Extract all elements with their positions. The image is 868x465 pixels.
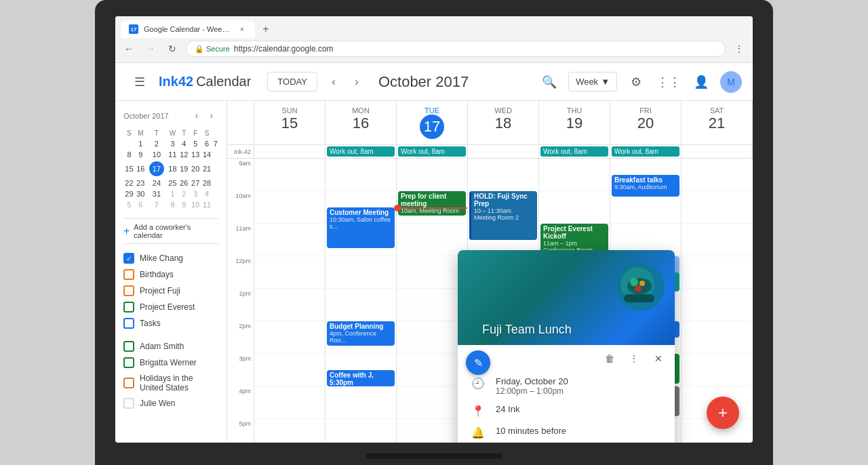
calendar-item-project-everest[interactable]: Project Everest <box>123 300 218 315</box>
popup-delete-button[interactable]: 🗑 <box>599 348 620 369</box>
all-day-cell-wed[interactable] <box>468 145 539 158</box>
prev-week-button[interactable]: ‹ <box>323 71 344 93</box>
mini-cal-title: October 2017 <box>123 112 169 120</box>
view-selector[interactable]: Week ▼ <box>568 72 617 92</box>
work-out-thu-event[interactable]: Work out, 8am <box>540 146 608 157</box>
all-day-label: Ink-42 <box>227 145 254 158</box>
work-out-fri-event[interactable]: Work out, 8am <box>612 146 679 157</box>
calendar-checkbox-project-fuji[interactable] <box>123 285 134 296</box>
calendar-checkbox-project-everest[interactable] <box>123 302 134 312</box>
menu-button[interactable]: ☰ <box>126 68 153 96</box>
calendar-label-brigatta-werner: Brigatta Werner <box>140 358 197 367</box>
calendar-item-adam-smith[interactable]: Adam Smith <box>123 339 218 354</box>
calendar-item-tasks[interactable]: Tasks <box>123 316 218 331</box>
calendar-item-mike-chang[interactable]: ✓ Mike Chang <box>123 251 218 266</box>
work-out-mon-event[interactable]: Work out, 8am <box>327 146 395 157</box>
popup-location-row: 📍 24 Ink <box>471 400 661 422</box>
popup-image: Fuji Team Lunch <box>458 250 675 345</box>
time-1pm: 1pm <box>227 289 254 321</box>
calendar-checkbox-brigatta-werner[interactable] <box>123 357 134 368</box>
calendar-checkbox-julie-wen[interactable] <box>123 398 134 409</box>
calendar-checkbox-birthdays[interactable] <box>123 269 134 280</box>
budget-planning-event[interactable]: Budget Planning 4pm, Conference Roo... <box>327 321 395 346</box>
back-button[interactable]: ← <box>121 41 137 57</box>
calendar-label-project-everest: Project Everest <box>140 302 195 312</box>
day-header-wed[interactable]: Wed 18 <box>468 101 539 144</box>
calendar-item-birthdays[interactable]: Birthdays <box>123 267 218 282</box>
calendar-grid: Sun 15 Mon 16 Tue 17 Wed <box>227 101 753 443</box>
calendar-item-brigatta-werner[interactable]: Brigatta Werner <box>123 355 218 370</box>
day-header-mon[interactable]: Mon 16 <box>326 101 397 144</box>
calendar-item-holidays[interactable]: Holidays in the United States <box>123 371 218 395</box>
time-9am: 9am <box>227 159 254 191</box>
time-10am: 10am <box>227 191 254 224</box>
day-header-sat[interactable]: Sat 21 <box>682 101 753 144</box>
day-header-tue[interactable]: Tue 17 <box>397 101 468 144</box>
chevron-down-icon: ▼ <box>601 77 610 87</box>
mini-calendar: S M T W T F S 1 <box>123 128 218 210</box>
popup-close-button[interactable]: ✕ <box>648 348 669 369</box>
forward-button[interactable]: → <box>142 41 159 57</box>
calendar-item-julie-wen[interactable]: Julie Wen <box>123 396 218 411</box>
app-header: ☰ Ink42 Calendar TODAY ‹ › October 2017 … <box>115 63 753 101</box>
calendar-checkbox-mike-chang[interactable]: ✓ <box>123 253 134 264</box>
today-button[interactable]: TODAY <box>267 72 317 92</box>
calendar-label-adam-smith: Adam Smith <box>140 342 184 351</box>
day-header-sun[interactable]: Sun 15 <box>254 101 326 144</box>
day-header-thu[interactable]: Thu 19 <box>539 101 610 144</box>
all-day-cell-sat[interactable] <box>682 145 753 158</box>
new-tab-button[interactable]: + <box>258 21 274 37</box>
time-5pm: 5pm <box>227 419 254 443</box>
today-date-cell[interactable]: 17 <box>149 161 164 176</box>
user-avatar[interactable]: M <box>720 71 742 93</box>
coffee-with-j-event[interactable]: Coffee with J, 5:30pm <box>327 370 395 386</box>
next-week-button[interactable]: › <box>346 71 368 93</box>
time-11am: 11am <box>227 224 254 256</box>
breakfast-talks-event[interactable]: Breakfast talks 9:30am, Auditorium <box>612 175 679 197</box>
all-day-cell-sun[interactable] <box>254 145 326 158</box>
mini-cal-prev[interactable]: ‹ <box>190 109 203 123</box>
time-gutter-top <box>227 101 254 144</box>
event-popup: Fuji Team Lunch ✎ 🗑 ⋮ ✕ 🕘 <box>458 250 675 443</box>
address-bar[interactable]: 🔒 Secure https://calendar.google.com <box>186 41 726 57</box>
calendar-checkbox-adam-smith[interactable] <box>123 341 134 352</box>
account-button[interactable]: 👤 <box>688 68 715 96</box>
all-day-cell-thu[interactable]: Work out, 8am <box>539 145 610 158</box>
popup-more-button[interactable]: ⋮ <box>623 348 645 369</box>
edit-icon: ✎ <box>474 357 483 369</box>
calendar-label-project-fuji: Project Fuji <box>140 286 180 296</box>
calendar-checkbox-holidays[interactable] <box>123 378 134 388</box>
create-event-fab[interactable]: + <box>707 397 739 429</box>
browser-tab[interactable]: 17 Google Calendar - Week of O... × <box>121 20 255 38</box>
search-button[interactable]: 🔍 <box>536 68 563 96</box>
reload-button[interactable]: ↻ <box>164 41 180 57</box>
add-icon: + <box>123 225 130 237</box>
all-day-cell-mon[interactable]: Work out, 8am <box>326 145 397 158</box>
calendar-label-tasks: Tasks <box>140 319 161 328</box>
sidebar: October 2017 ‹ › S M T W <box>115 101 227 443</box>
all-day-cell-fri[interactable]: Work out, 8am <box>610 145 682 158</box>
calendar-label-julie-wen: Julie Wen <box>140 399 175 408</box>
more-options-button[interactable]: ⋮ <box>731 41 747 57</box>
calendar-item-project-fuji[interactable]: Project Fuji <box>123 283 218 298</box>
popup-date: Friday, October 20 <box>496 376 568 386</box>
calendar-label-holidays: Holidays in the United States <box>140 373 218 392</box>
popup-reminder: 10 minutes before <box>496 426 566 436</box>
add-coworker-button[interactable]: + Add a coworker's calendar <box>123 218 218 244</box>
work-out-tue-event[interactable]: Work out, 8am <box>398 146 466 157</box>
calendar-label-mike-chang: Mike Chang <box>140 254 183 263</box>
mini-cal-next[interactable]: › <box>205 109 218 123</box>
customer-meeting-event[interactable]: Customer Meeting 10:30am, Salon coffee s… <box>327 207 395 248</box>
all-day-cell-tue[interactable]: Work out, 8am <box>397 145 468 158</box>
prep-client-event[interactable]: Prep for client meeting 10am, Meeting Ro… <box>398 191 466 216</box>
apps-button[interactable]: ⋮⋮ <box>655 68 682 96</box>
hold-fuji-event[interactable]: HOLD: Fuji Sync Prep 10 – 11:30am Meetin… <box>469 191 537 240</box>
header-month-year: October 2017 <box>378 73 525 91</box>
popup-datetime-row: 🕘 Friday, October 20 12:00pm – 1:00pm <box>471 372 661 400</box>
settings-button[interactable]: ⚙ <box>623 68 650 96</box>
day-header-fri[interactable]: Fri 20 <box>610 101 682 144</box>
calendar-checkbox-tasks[interactable] <box>123 318 134 329</box>
tab-close-button[interactable]: × <box>237 24 247 34</box>
popup-toolbar: 🗑 ⋮ ✕ <box>458 345 675 372</box>
popup-edit-button[interactable]: ✎ <box>466 350 490 375</box>
